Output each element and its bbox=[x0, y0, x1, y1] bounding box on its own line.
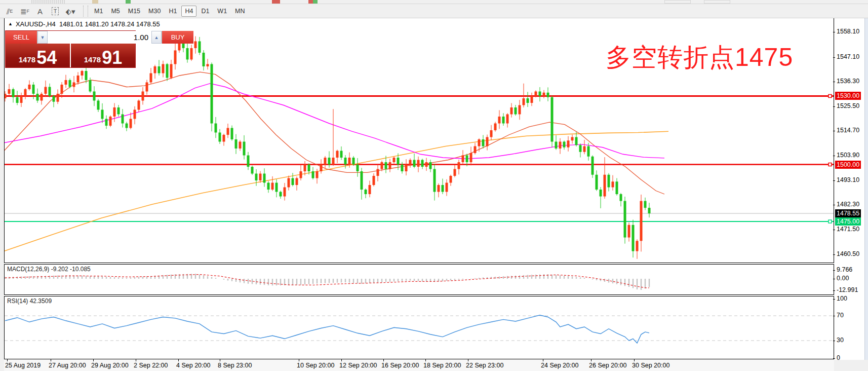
bear-candle[interactable] bbox=[555, 141, 558, 149]
bear-candle[interactable] bbox=[442, 185, 444, 192]
bear-candle[interactable] bbox=[122, 114, 124, 123]
bull-candle[interactable] bbox=[417, 160, 420, 167]
bear-candle[interactable] bbox=[344, 158, 347, 165]
bull-candle[interactable] bbox=[174, 50, 177, 64]
bear-candle[interactable] bbox=[624, 201, 626, 238]
volume-increase-button[interactable]: ▲ bbox=[151, 31, 162, 44]
bull-candle[interactable] bbox=[348, 158, 351, 165]
bull-candle[interactable] bbox=[535, 91, 537, 96]
bull-candle[interactable] bbox=[462, 156, 464, 163]
timeframe-m1[interactable]: M1 bbox=[91, 6, 106, 17]
bear-candle[interactable] bbox=[563, 141, 566, 147]
bull-candle[interactable] bbox=[61, 85, 63, 94]
bear-candle[interactable] bbox=[117, 107, 120, 115]
bull-candle[interactable] bbox=[77, 76, 80, 83]
bear-candle[interactable] bbox=[632, 225, 635, 251]
bull-candle[interactable] bbox=[304, 165, 306, 172]
bear-candle[interactable] bbox=[352, 158, 355, 165]
bull-candle[interactable] bbox=[170, 64, 173, 78]
bull-candle[interactable] bbox=[559, 141, 562, 149]
bull-candle[interactable] bbox=[425, 162, 428, 167]
bull-candle[interactable] bbox=[239, 141, 242, 149]
bull-candle[interactable] bbox=[300, 171, 302, 178]
bull-candle[interactable] bbox=[446, 183, 448, 192]
bull-candle[interactable] bbox=[154, 66, 156, 73]
bull-candle[interactable] bbox=[20, 96, 23, 103]
bear-candle[interactable] bbox=[361, 171, 363, 190]
bull-candle[interactable] bbox=[150, 73, 152, 82]
bull-candle[interactable] bbox=[8, 89, 11, 94]
bear-candle[interactable] bbox=[385, 162, 387, 169]
bear-candle[interactable] bbox=[312, 171, 314, 178]
bull-candle[interactable] bbox=[510, 107, 513, 115]
bull-candle[interactable] bbox=[604, 175, 606, 197]
bear-candle[interactable] bbox=[616, 181, 618, 194]
bear-candle[interactable] bbox=[466, 156, 468, 163]
bear-candle[interactable] bbox=[401, 165, 404, 172]
bear-candle[interactable] bbox=[648, 208, 651, 213]
bull-candle[interactable] bbox=[470, 153, 472, 162]
bear-candle[interactable] bbox=[16, 97, 19, 103]
bull-candle[interactable] bbox=[636, 241, 639, 251]
price-axis[interactable]: 1558.101547.101536.301525.501514.701503.… bbox=[835, 18, 864, 360]
arrows-menu-icon[interactable]: ⬖▾ bbox=[63, 6, 77, 17]
bear-candle[interactable] bbox=[158, 66, 161, 73]
bull-candle[interactable] bbox=[332, 158, 335, 165]
bear-candle[interactable] bbox=[219, 132, 221, 141]
panel-separator[interactable] bbox=[4, 294, 834, 296]
timeframe-d1[interactable]: D1 bbox=[198, 6, 213, 17]
bear-candle[interactable] bbox=[397, 158, 400, 165]
volume-input[interactable] bbox=[48, 31, 151, 44]
bull-candle[interactable] bbox=[494, 123, 497, 130]
bull-candle[interactable] bbox=[109, 117, 112, 126]
bull-candle[interactable] bbox=[405, 165, 408, 172]
bull-candle[interactable] bbox=[320, 165, 323, 172]
bear-candle[interactable] bbox=[199, 41, 201, 53]
bull-candle[interactable] bbox=[194, 41, 197, 48]
line-endpoint-handle[interactable] bbox=[828, 163, 832, 166]
timeframe-h1[interactable]: H1 bbox=[165, 6, 180, 17]
bull-candle[interactable] bbox=[138, 100, 140, 109]
text-label-icon[interactable]: T bbox=[48, 6, 62, 17]
timeframe-h4[interactable]: H4 bbox=[181, 6, 196, 17]
bull-candle[interactable] bbox=[134, 109, 136, 119]
bull-candle[interactable] bbox=[377, 169, 379, 176]
text-tool-icon[interactable]: A bbox=[33, 6, 47, 17]
bull-candle[interactable] bbox=[640, 201, 643, 241]
bull-candle[interactable] bbox=[324, 158, 327, 165]
bear-candle[interactable] bbox=[275, 183, 278, 192]
bull-candle[interactable] bbox=[81, 71, 84, 76]
bull-candle[interactable] bbox=[41, 94, 43, 101]
bear-candle[interactable] bbox=[243, 141, 246, 155]
bull-candle[interactable] bbox=[571, 137, 574, 140]
fibonacci-retracement-icon[interactable]: ≣F bbox=[18, 6, 32, 17]
bull-candle[interactable] bbox=[478, 139, 481, 146]
sell-button[interactable]: SELL bbox=[6, 31, 37, 44]
bull-candle[interactable] bbox=[28, 85, 31, 89]
timeframe-w1[interactable]: W1 bbox=[214, 6, 230, 17]
bear-candle[interactable] bbox=[357, 165, 359, 172]
bear-candle[interactable] bbox=[413, 160, 416, 167]
bear-candle[interactable] bbox=[32, 85, 35, 94]
bear-candle[interactable] bbox=[101, 109, 104, 119]
bull-candle[interactable] bbox=[567, 140, 570, 147]
bear-candle[interactable] bbox=[251, 167, 254, 174]
bear-candle[interactable] bbox=[49, 87, 51, 96]
bull-candle[interactable] bbox=[458, 162, 460, 169]
bear-candle[interactable] bbox=[575, 137, 578, 145]
bear-candle[interactable] bbox=[263, 174, 266, 183]
buy-button[interactable]: BUY bbox=[162, 31, 193, 44]
bull-candle[interactable] bbox=[146, 82, 148, 91]
bull-candle[interactable] bbox=[142, 91, 144, 100]
bear-candle[interactable] bbox=[579, 145, 582, 152]
bull-candle[interactable] bbox=[498, 117, 501, 124]
volume-decrease-button[interactable]: ▼ bbox=[37, 31, 48, 44]
bull-candle[interactable] bbox=[73, 82, 75, 87]
bear-candle[interactable] bbox=[482, 139, 485, 146]
bull-candle[interactable] bbox=[373, 176, 375, 185]
bull-candle[interactable] bbox=[486, 137, 489, 146]
bear-candle[interactable] bbox=[255, 174, 258, 181]
ask-price-panel[interactable]: 1478 91 bbox=[71, 44, 135, 67]
bull-candle[interactable] bbox=[227, 128, 229, 135]
bear-candle[interactable] bbox=[515, 107, 517, 115]
